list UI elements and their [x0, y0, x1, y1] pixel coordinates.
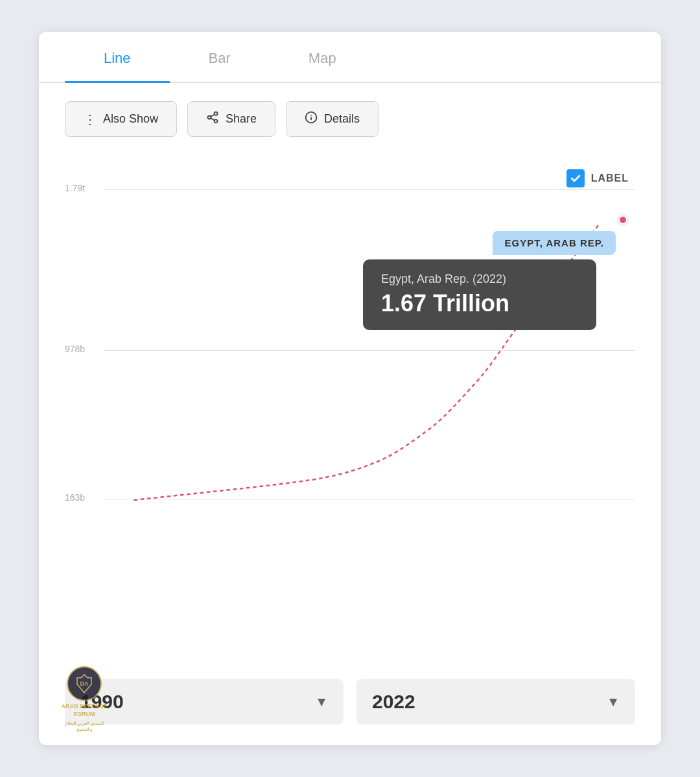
svg-text:DA: DA [80, 680, 89, 687]
tooltip-box: Egypt, Arab Rep. (2022) 1.67 Trillion [363, 259, 596, 330]
watermark-text1: ARAB DEFENSE FORUM [58, 703, 110, 718]
chart-area: LABEL 1.79t 978b 163b EGYPT, ARAB REP. [39, 150, 661, 663]
y-label-bot: 163b [65, 492, 85, 503]
tooltip-title: Egypt, Arab Rep. (2022) [381, 272, 578, 286]
end-year-label: 2022 [372, 691, 415, 713]
chart-container: LABEL 1.79t 978b 163b EGYPT, ARAB REP. [65, 163, 635, 565]
watermark-text2: المنتدى العربي للدفاع والتسليح [58, 721, 110, 732]
share-icon [206, 111, 219, 127]
svg-line-4 [211, 114, 215, 116]
tab-bar: Line Bar Map [39, 32, 661, 83]
also-show-icon: ⋮ [84, 112, 97, 127]
toolbar: ⋮ Also Show Share Details [39, 83, 661, 150]
tab-line[interactable]: Line [65, 32, 170, 83]
main-card: Line Bar Map ⋮ Also Show Share [39, 32, 661, 745]
tab-bar-chart[interactable]: Bar [170, 32, 270, 83]
watermark-logo: DA [67, 666, 102, 701]
details-icon [305, 111, 318, 127]
share-label: Share [226, 112, 257, 126]
bottom-controls: 1990 ▼ 2022 ▼ DA ARAB DEFENSE FORUM المن… [39, 663, 661, 745]
watermark: DA ARAB DEFENSE FORUM المنتدى العربي للد… [58, 666, 110, 732]
share-button[interactable]: Share [187, 101, 275, 137]
details-button[interactable]: Details [286, 101, 379, 137]
y-label-top: 1.79t [65, 183, 85, 193]
also-show-label: Also Show [103, 112, 158, 126]
data-point-tip [618, 215, 627, 224]
tooltip-value: 1.67 Trillion [381, 290, 578, 317]
start-year-arrow: ▼ [315, 695, 328, 710]
svg-line-3 [211, 118, 215, 120]
end-year-select[interactable]: 2022 ▼ [356, 679, 635, 724]
details-label: Details [324, 112, 360, 126]
y-label-mid: 978b [65, 344, 85, 354]
tab-map[interactable]: Map [270, 32, 375, 83]
country-label-bubble: EGYPT, ARAB REP. [493, 231, 616, 255]
also-show-button[interactable]: ⋮ Also Show [65, 101, 177, 137]
chart-svg [104, 163, 635, 565]
end-year-arrow: ▼ [607, 695, 620, 710]
